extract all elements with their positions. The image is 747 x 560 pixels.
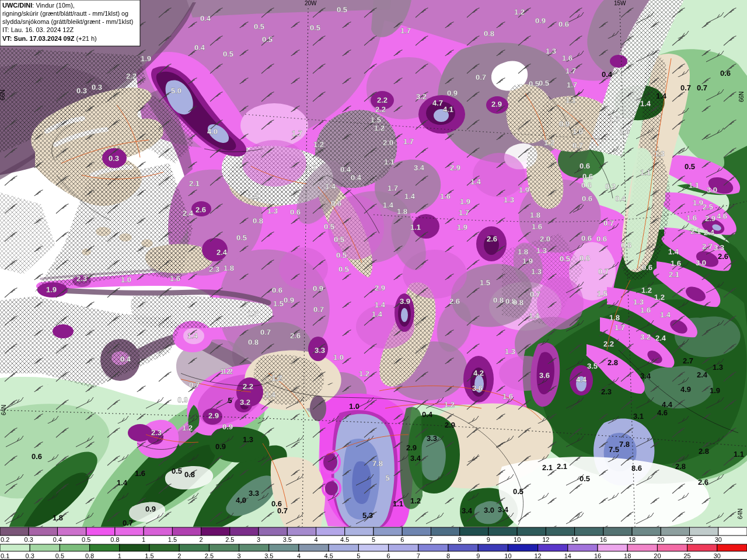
svg-text:3.2: 3.2	[240, 398, 250, 407]
svg-text:1.0: 1.0	[121, 275, 131, 284]
svg-text:2.3: 2.3	[151, 428, 162, 437]
svg-text:2.3: 2.3	[601, 387, 612, 396]
svg-text:18: 18	[624, 552, 631, 559]
svg-text:0.6: 0.6	[580, 162, 590, 170]
svg-text:25: 25	[683, 552, 690, 559]
svg-text:1.4: 1.4	[383, 201, 394, 209]
svg-text:3.5: 3.5	[283, 536, 292, 543]
svg-text:0.9: 0.9	[177, 396, 188, 404]
svg-text:9: 9	[487, 536, 490, 543]
svg-text:0.8: 0.8	[248, 338, 259, 346]
svg-text:1.9: 1.9	[46, 285, 57, 294]
svg-text:1.7: 1.7	[388, 184, 398, 192]
svg-text:2.4: 2.4	[704, 228, 715, 237]
svg-text:2.2: 2.2	[603, 340, 614, 348]
svg-text:4.5: 4.5	[324, 552, 333, 559]
svg-text:2.7: 2.7	[702, 242, 713, 251]
svg-text:7.8: 7.8	[619, 440, 630, 449]
svg-text:0.9: 0.9	[535, 16, 546, 25]
svg-text:4.6: 4.6	[717, 212, 727, 220]
svg-text:1.4: 1.4	[404, 192, 416, 201]
svg-text:2: 2	[177, 552, 181, 559]
svg-text:2.6: 2.6	[290, 331, 301, 340]
svg-text:5: 5	[385, 474, 389, 482]
svg-text:2.2: 2.2	[375, 105, 386, 114]
svg-text:0.5: 0.5	[324, 222, 334, 231]
svg-text:1.3: 1.3	[546, 47, 556, 55]
svg-text:16: 16	[594, 552, 601, 559]
svg-text:1.7: 1.7	[403, 137, 414, 146]
svg-text:5: 5	[228, 396, 232, 405]
svg-text:UWC/DINI: Vindur (10m),: UWC/DINI: Vindur (10m),	[2, 2, 75, 9]
svg-text:7: 7	[429, 536, 432, 543]
svg-text:1.3: 1.3	[536, 246, 547, 255]
svg-text:5: 5	[372, 536, 375, 543]
svg-text:2.3: 2.3	[247, 309, 258, 318]
svg-text:0.5: 0.5	[310, 23, 320, 32]
svg-text:3.9: 3.9	[400, 297, 410, 306]
svg-text:2.4: 2.4	[217, 248, 228, 257]
svg-text:1.5: 1.5	[145, 552, 153, 559]
svg-text:1.1: 1.1	[384, 158, 395, 166]
svg-text:5: 5	[357, 552, 360, 559]
svg-text:0.7: 0.7	[277, 506, 288, 515]
svg-text:1.8: 1.8	[53, 513, 63, 522]
svg-text:6: 6	[387, 552, 390, 559]
svg-text:8.6: 8.6	[631, 464, 642, 473]
svg-text:2.9: 2.9	[406, 443, 417, 452]
svg-text:2.9: 2.9	[491, 100, 502, 108]
svg-text:0.6: 0.6	[621, 241, 631, 250]
svg-text:6: 6	[400, 536, 404, 543]
svg-text:0.6: 0.6	[580, 254, 590, 262]
svg-text:0.4: 0.4	[602, 70, 613, 79]
svg-text:2.9: 2.9	[208, 411, 219, 420]
svg-text:0.5: 0.5	[337, 5, 347, 14]
svg-text:0.4: 0.4	[422, 410, 433, 419]
svg-text:1.6: 1.6	[619, 127, 630, 136]
svg-text:1.4: 1.4	[656, 92, 667, 100]
svg-text:0.3: 0.3	[26, 552, 34, 559]
svg-text:2.5: 2.5	[205, 552, 214, 559]
svg-text:2.2: 2.2	[126, 72, 137, 80]
svg-text:12: 12	[542, 536, 549, 543]
svg-text:0.6: 0.6	[290, 208, 301, 216]
svg-text:3.4: 3.4	[498, 505, 509, 514]
svg-text:1.7: 1.7	[615, 323, 625, 332]
svg-text:0.5: 0.5	[338, 265, 349, 274]
svg-text:1.4: 1.4	[187, 331, 198, 340]
svg-text:3.4: 3.4	[640, 372, 651, 380]
svg-text:0.6: 0.6	[272, 286, 282, 295]
svg-text:0.5: 0.5	[236, 233, 247, 242]
svg-text:1.0: 1.0	[333, 353, 344, 362]
svg-text:1: 1	[118, 552, 121, 559]
svg-text:1.2: 1.2	[220, 367, 231, 376]
svg-text:1.2: 1.2	[514, 8, 525, 16]
svg-text:9: 9	[476, 552, 480, 559]
svg-text:2.3: 2.3	[76, 274, 87, 283]
svg-text:0.4: 0.4	[200, 14, 211, 23]
svg-text:3.0: 3.0	[696, 258, 706, 267]
svg-text:2.4: 2.4	[655, 334, 666, 342]
svg-text:2.8: 2.8	[608, 358, 618, 367]
svg-text:4.2: 4.2	[473, 369, 484, 377]
svg-text:30: 30	[715, 536, 722, 543]
svg-text:1.6: 1.6	[562, 54, 573, 62]
svg-text:1.1: 1.1	[640, 168, 651, 177]
svg-text:1.4: 1.4	[640, 99, 651, 108]
svg-text:4: 4	[297, 552, 301, 559]
svg-text:2.5: 2.5	[703, 202, 713, 211]
svg-text:2.6: 2.6	[698, 478, 708, 487]
svg-text:10: 10	[504, 552, 511, 559]
svg-text:0.5: 0.5	[82, 536, 90, 543]
svg-text:1.8: 1.8	[224, 264, 234, 272]
svg-text:3.3: 3.3	[714, 243, 724, 252]
svg-text:2.8: 2.8	[675, 462, 686, 471]
svg-text:1.3: 1.3	[505, 347, 515, 356]
svg-text:0.8: 0.8	[253, 216, 263, 225]
svg-text:0.3: 0.3	[92, 83, 102, 92]
svg-text:1.8: 1.8	[530, 211, 540, 219]
svg-text:15W: 15W	[614, 0, 626, 6]
svg-text:0.7: 0.7	[697, 83, 707, 92]
svg-text:2.1: 2.1	[189, 179, 200, 188]
svg-text:1.4: 1.4	[668, 247, 679, 256]
